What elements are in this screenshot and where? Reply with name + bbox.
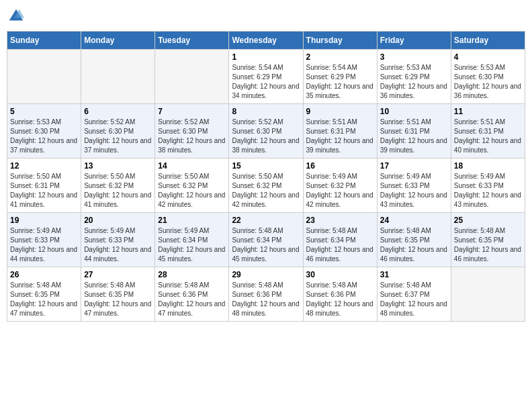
calendar-cell: 29 Sunrise: 5:48 AM Sunset: 6:36 PM Dayl… — [229, 267, 303, 322]
day-info: Sunrise: 5:54 AM Sunset: 6:29 PM Dayligh… — [306, 63, 374, 101]
calendar-cell: 26 Sunrise: 5:48 AM Sunset: 6:35 PM Dayl… — [7, 267, 81, 322]
calendar-week-row: 26 Sunrise: 5:48 AM Sunset: 6:35 PM Dayl… — [7, 267, 525, 322]
daylight-text: Daylight: 12 hours and 41 minutes. — [84, 191, 152, 210]
day-number: 19 — [10, 216, 78, 225]
day-number: 23 — [306, 216, 374, 225]
calendar-cell: 24 Sunrise: 5:48 AM Sunset: 6:35 PM Dayl… — [377, 213, 451, 267]
column-header-saturday: Saturday — [451, 32, 525, 50]
day-number: 9 — [306, 107, 374, 116]
daylight-text: Daylight: 12 hours and 48 minutes. — [232, 300, 300, 318]
calendar-cell — [81, 50, 155, 104]
daylight-text: Daylight: 12 hours and 39 minutes. — [306, 136, 374, 155]
day-number: 15 — [232, 161, 300, 171]
sunset-text: Sunset: 6:31 PM — [10, 181, 78, 191]
sunrise-text: Sunrise: 5:49 AM — [158, 226, 226, 236]
calendar-cell: 18 Sunrise: 5:49 AM Sunset: 6:33 PM Dayl… — [451, 158, 525, 213]
sunrise-text: Sunrise: 5:51 AM — [380, 118, 448, 127]
sunset-text: Sunset: 6:29 PM — [232, 73, 300, 82]
day-info: Sunrise: 5:49 AM Sunset: 6:33 PM Dayligh… — [380, 172, 448, 210]
day-info: Sunrise: 5:48 AM Sunset: 6:36 PM Dayligh… — [158, 281, 226, 318]
day-info: Sunrise: 5:48 AM Sunset: 6:36 PM Dayligh… — [306, 281, 374, 318]
daylight-text: Daylight: 12 hours and 37 minutes. — [84, 136, 152, 155]
day-info: Sunrise: 5:50 AM Sunset: 6:32 PM Dayligh… — [232, 172, 300, 210]
daylight-text: Daylight: 12 hours and 42 minutes. — [306, 191, 374, 210]
sunset-text: Sunset: 6:33 PM — [84, 236, 152, 245]
sunset-text: Sunset: 6:32 PM — [232, 181, 300, 191]
daylight-text: Daylight: 12 hours and 47 minutes. — [158, 300, 226, 318]
day-info: Sunrise: 5:51 AM Sunset: 6:31 PM Dayligh… — [306, 118, 374, 155]
day-number: 16 — [306, 161, 374, 171]
sunrise-text: Sunrise: 5:49 AM — [306, 172, 374, 181]
sunrise-text: Sunrise: 5:50 AM — [232, 172, 300, 181]
column-header-monday: Monday — [81, 32, 155, 50]
calendar-cell: 20 Sunrise: 5:49 AM Sunset: 6:33 PM Dayl… — [81, 213, 155, 267]
calendar-cell: 15 Sunrise: 5:50 AM Sunset: 6:32 PM Dayl… — [229, 158, 303, 213]
calendar-cell: 13 Sunrise: 5:50 AM Sunset: 6:32 PM Dayl… — [81, 158, 155, 213]
sunrise-text: Sunrise: 5:54 AM — [232, 63, 300, 73]
day-info: Sunrise: 5:52 AM Sunset: 6:30 PM Dayligh… — [158, 118, 226, 155]
day-number: 22 — [232, 216, 300, 225]
day-number: 27 — [84, 270, 152, 279]
sunset-text: Sunset: 6:32 PM — [158, 181, 226, 191]
sunset-text: Sunset: 6:35 PM — [380, 236, 448, 245]
day-number: 3 — [380, 52, 448, 62]
daylight-text: Daylight: 12 hours and 38 minutes. — [232, 136, 300, 155]
day-info: Sunrise: 5:49 AM Sunset: 6:34 PM Dayligh… — [158, 226, 226, 264]
calendar-cell: 1 Sunrise: 5:54 AM Sunset: 6:29 PM Dayli… — [229, 50, 303, 104]
calendar-cell: 10 Sunrise: 5:51 AM Sunset: 6:31 PM Dayl… — [377, 104, 451, 158]
sunrise-text: Sunrise: 5:49 AM — [10, 226, 78, 236]
day-number: 1 — [232, 52, 300, 62]
day-info: Sunrise: 5:52 AM Sunset: 6:30 PM Dayligh… — [232, 118, 300, 155]
calendar-cell: 16 Sunrise: 5:49 AM Sunset: 6:32 PM Dayl… — [303, 158, 377, 213]
day-info: Sunrise: 5:48 AM Sunset: 6:35 PM Dayligh… — [380, 226, 448, 264]
daylight-text: Daylight: 12 hours and 47 minutes. — [10, 300, 78, 318]
day-number: 12 — [10, 161, 78, 171]
sunrise-text: Sunrise: 5:48 AM — [232, 281, 300, 290]
sunset-text: Sunset: 6:35 PM — [84, 290, 152, 300]
sunset-text: Sunset: 6:34 PM — [232, 236, 300, 245]
daylight-text: Daylight: 12 hours and 46 minutes. — [380, 245, 448, 264]
daylight-text: Daylight: 12 hours and 46 minutes. — [306, 245, 374, 264]
logo-icon — [7, 7, 26, 26]
sunset-text: Sunset: 6:36 PM — [232, 290, 300, 300]
calendar-cell: 6 Sunrise: 5:52 AM Sunset: 6:30 PM Dayli… — [81, 104, 155, 158]
day-info: Sunrise: 5:48 AM Sunset: 6:35 PM Dayligh… — [454, 226, 522, 264]
day-number: 25 — [454, 216, 522, 225]
day-info: Sunrise: 5:49 AM Sunset: 6:33 PM Dayligh… — [454, 172, 522, 210]
day-info: Sunrise: 5:50 AM Sunset: 6:32 PM Dayligh… — [158, 172, 226, 210]
sunrise-text: Sunrise: 5:48 AM — [380, 281, 448, 290]
sunrise-text: Sunrise: 5:48 AM — [380, 226, 448, 236]
calendar-cell: 30 Sunrise: 5:48 AM Sunset: 6:36 PM Dayl… — [303, 267, 377, 322]
calendar-cell: 2 Sunrise: 5:54 AM Sunset: 6:29 PM Dayli… — [303, 50, 377, 104]
day-number: 20 — [84, 216, 152, 225]
calendar-cell: 3 Sunrise: 5:53 AM Sunset: 6:29 PM Dayli… — [377, 50, 451, 104]
sunrise-text: Sunrise: 5:48 AM — [10, 281, 78, 290]
calendar-cell — [451, 267, 525, 322]
day-info: Sunrise: 5:49 AM Sunset: 6:32 PM Dayligh… — [306, 172, 374, 210]
calendar-header-row: SundayMondayTuesdayWednesdayThursdayFrid… — [7, 32, 525, 50]
sunset-text: Sunset: 6:30 PM — [84, 127, 152, 136]
day-info: Sunrise: 5:49 AM Sunset: 6:33 PM Dayligh… — [84, 226, 152, 264]
day-info: Sunrise: 5:49 AM Sunset: 6:33 PM Dayligh… — [10, 226, 78, 264]
daylight-text: Daylight: 12 hours and 35 minutes. — [306, 82, 374, 101]
daylight-text: Daylight: 12 hours and 46 minutes. — [454, 245, 522, 264]
calendar-cell: 9 Sunrise: 5:51 AM Sunset: 6:31 PM Dayli… — [303, 104, 377, 158]
daylight-text: Daylight: 12 hours and 43 minutes. — [454, 191, 522, 210]
sunrise-text: Sunrise: 5:54 AM — [306, 63, 374, 73]
calendar-cell: 5 Sunrise: 5:53 AM Sunset: 6:30 PM Dayli… — [7, 104, 81, 158]
daylight-text: Daylight: 12 hours and 44 minutes. — [10, 245, 78, 264]
sunrise-text: Sunrise: 5:48 AM — [232, 226, 300, 236]
sunset-text: Sunset: 6:32 PM — [306, 181, 374, 191]
daylight-text: Daylight: 12 hours and 45 minutes. — [232, 245, 300, 264]
day-number: 24 — [380, 216, 448, 225]
sunset-text: Sunset: 6:34 PM — [306, 236, 374, 245]
sunset-text: Sunset: 6:33 PM — [10, 236, 78, 245]
sunrise-text: Sunrise: 5:48 AM — [158, 281, 226, 290]
calendar-week-row: 19 Sunrise: 5:49 AM Sunset: 6:33 PM Dayl… — [7, 213, 525, 267]
sunset-text: Sunset: 6:30 PM — [10, 127, 78, 136]
sunset-text: Sunset: 6:37 PM — [380, 290, 448, 300]
sunrise-text: Sunrise: 5:50 AM — [10, 172, 78, 181]
sunrise-text: Sunrise: 5:53 AM — [380, 63, 448, 73]
day-info: Sunrise: 5:48 AM Sunset: 6:37 PM Dayligh… — [380, 281, 448, 318]
column-header-tuesday: Tuesday — [155, 32, 229, 50]
